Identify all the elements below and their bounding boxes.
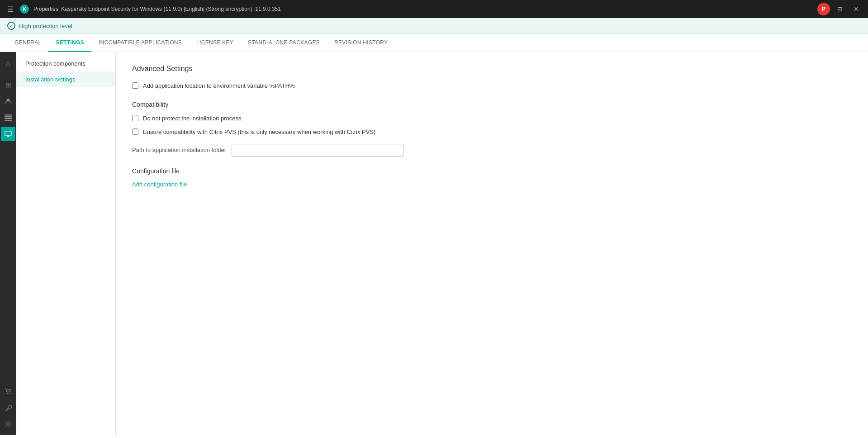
tab-incompatible[interactable]: INCOMPATIBLE APPLICATIONS (91, 34, 189, 52)
compatibility-title: Compatibility (132, 101, 852, 108)
tab-standalone[interactable]: STAND-ALONE PACKAGES (241, 34, 327, 52)
user-sidebar-icon[interactable] (1, 94, 15, 109)
svg-rect-3 (5, 118, 12, 119)
checkbox-path[interactable] (132, 82, 138, 89)
config-file-title: Configuration file (132, 167, 852, 175)
checkbox-citrix-label[interactable]: Ensure compatibility with Citrix PVS (th… (143, 128, 375, 136)
status-icon: ✓ (7, 22, 15, 30)
cart-sidebar-icon[interactable] (1, 384, 15, 399)
titlebar-left: ☰ K Properties: Kaspersky Endpoint Secur… (5, 3, 281, 15)
svg-point-10 (9, 393, 10, 394)
tab-license[interactable]: LICENSE KEY (189, 34, 241, 52)
svg-point-11 (7, 423, 9, 425)
path-row: Path to application installation folder (132, 144, 852, 157)
tab-general[interactable]: GENERAL (7, 34, 48, 52)
svg-rect-2 (5, 116, 12, 118)
tabs-bar: GENERAL SETTINGS INCOMPATIBLE APPLICATIO… (0, 34, 868, 52)
sidebar-item-protection-components[interactable]: Protection components (16, 56, 115, 71)
status-text: High protection level. (19, 23, 74, 29)
checkbox-protect-row: Do not protect the installation process (132, 114, 852, 123)
path-label: Path to application installation folder (132, 147, 226, 153)
statusbar: ✓ High protection level. (0, 18, 868, 34)
advanced-settings-title: Advanced Settings (132, 65, 852, 73)
titlebar-controls: P ⊟ ✕ (817, 3, 863, 15)
alert-sidebar-icon[interactable]: △ (1, 56, 15, 70)
dashboard-sidebar-icon[interactable]: ⊞ (1, 78, 15, 92)
hamburger-icon[interactable]: ☰ (5, 3, 15, 15)
gear-sidebar-icon[interactable] (1, 417, 15, 431)
wrench-sidebar-icon[interactable] (1, 400, 15, 415)
content-area: Advanced Settings Add application locati… (116, 52, 868, 435)
tab-settings[interactable]: SETTINGS (48, 34, 91, 52)
add-configuration-file-link[interactable]: Add configuration file (132, 181, 187, 188)
sidebar-divider-1 (3, 74, 14, 74)
pin-button[interactable]: ⊟ (834, 3, 846, 15)
checkbox-citrix[interactable] (132, 129, 138, 135)
app-icon: K (20, 5, 29, 14)
table-sidebar-icon[interactable] (1, 110, 15, 125)
titlebar-title: Properties: Kaspersky Endpoint Security … (33, 6, 281, 12)
monitor-sidebar-icon[interactable] (1, 127, 15, 141)
titlebar: ☰ K Properties: Kaspersky Endpoint Secur… (0, 0, 868, 18)
svg-point-9 (7, 393, 8, 394)
app-sidebar: △ ⊞ (0, 52, 16, 435)
close-button[interactable]: ✕ (850, 3, 863, 15)
main-layout: △ ⊞ Protection components Installation s… (0, 52, 868, 435)
sidebar-item-installation-settings[interactable]: Installation settings (16, 71, 115, 87)
tab-revision[interactable]: REVISION HISTORY (327, 34, 395, 52)
left-panel: Protection components Installation setti… (16, 52, 116, 435)
checkbox-protect-label[interactable]: Do not protect the installation process (143, 114, 242, 123)
checkbox-path-label[interactable]: Add application location to environment … (143, 82, 295, 90)
svg-rect-1 (5, 114, 12, 116)
checkbox-citrix-row: Ensure compatibility with Citrix PVS (th… (132, 128, 852, 136)
path-input[interactable] (232, 144, 403, 157)
checkbox-protect[interactable] (132, 115, 138, 121)
svg-rect-4 (5, 120, 12, 121)
checkbox-path-row: Add application location to environment … (132, 82, 852, 90)
svg-rect-5 (5, 131, 11, 136)
user-avatar[interactable]: P (817, 3, 830, 15)
